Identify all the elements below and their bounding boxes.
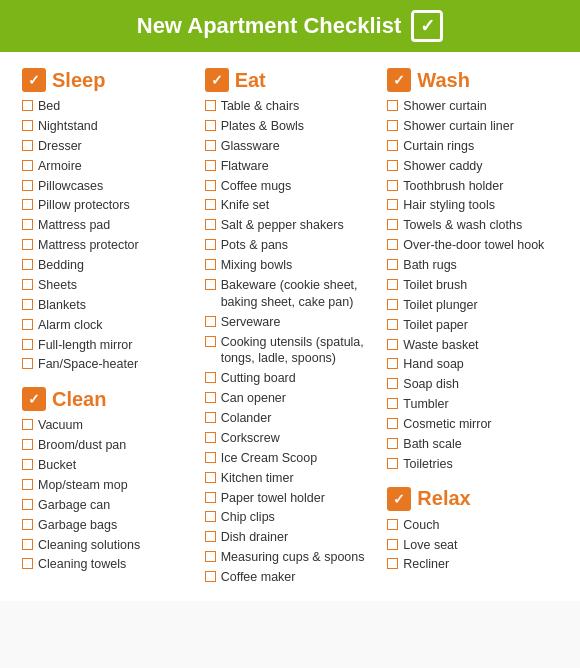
checkbox[interactable] — [387, 539, 398, 550]
checkbox[interactable] — [22, 219, 33, 230]
list-item[interactable]: Cleaning towels — [22, 556, 193, 573]
checkbox[interactable] — [205, 452, 216, 463]
list-item[interactable]: Bath rugs — [387, 257, 558, 274]
checkbox[interactable] — [205, 219, 216, 230]
checkbox[interactable] — [22, 358, 33, 369]
checkbox[interactable] — [387, 519, 398, 530]
list-item[interactable]: Mop/steam mop — [22, 477, 193, 494]
list-item[interactable]: Cutting board — [205, 370, 376, 387]
checkbox[interactable] — [22, 239, 33, 250]
list-item[interactable]: Toothbrush holder — [387, 178, 558, 195]
list-item[interactable]: Bakeware (cookie sheet, baking sheet, ca… — [205, 277, 376, 311]
checkbox[interactable] — [22, 120, 33, 131]
list-item[interactable]: Hand soap — [387, 356, 558, 373]
list-item[interactable]: Kitchen timer — [205, 470, 376, 487]
checkbox[interactable] — [387, 418, 398, 429]
checkbox[interactable] — [387, 398, 398, 409]
checkbox[interactable] — [387, 378, 398, 389]
checkbox[interactable] — [205, 100, 216, 111]
list-item[interactable]: Soap dish — [387, 376, 558, 393]
checkbox[interactable] — [205, 140, 216, 151]
checkbox[interactable] — [205, 180, 216, 191]
list-item[interactable]: Love seat — [387, 537, 558, 554]
list-item[interactable]: Bucket — [22, 457, 193, 474]
checkbox[interactable] — [205, 551, 216, 562]
list-item[interactable]: Bath scale — [387, 436, 558, 453]
list-item[interactable]: Alarm clock — [22, 317, 193, 334]
list-item[interactable]: Nightstand — [22, 118, 193, 135]
list-item[interactable]: Knife set — [205, 197, 376, 214]
list-item[interactable]: Toilet plunger — [387, 297, 558, 314]
list-item[interactable]: Pots & pans — [205, 237, 376, 254]
checkbox[interactable] — [387, 458, 398, 469]
list-item[interactable]: Coffee mugs — [205, 178, 376, 195]
list-item[interactable]: Over-the-door towel hook — [387, 237, 558, 254]
checkbox[interactable] — [387, 438, 398, 449]
list-item[interactable]: Toilet brush — [387, 277, 558, 294]
checkbox[interactable] — [22, 180, 33, 191]
checkbox[interactable] — [387, 558, 398, 569]
list-item[interactable]: Salt & pepper shakers — [205, 217, 376, 234]
checkbox[interactable] — [205, 259, 216, 270]
checkbox[interactable] — [387, 140, 398, 151]
checkbox[interactable] — [22, 499, 33, 510]
checkbox[interactable] — [205, 472, 216, 483]
list-item[interactable]: Fan/Space-heater — [22, 356, 193, 373]
checkbox[interactable] — [22, 259, 33, 270]
checkbox[interactable] — [205, 199, 216, 210]
list-item[interactable]: Full-length mirror — [22, 337, 193, 354]
list-item[interactable]: Recliner — [387, 556, 558, 573]
list-item[interactable]: Shower curtain — [387, 98, 558, 115]
checkbox[interactable] — [22, 439, 33, 450]
list-item[interactable]: Towels & wash cloths — [387, 217, 558, 234]
list-item[interactable]: Can opener — [205, 390, 376, 407]
list-item[interactable]: Garbage bags — [22, 517, 193, 534]
list-item[interactable]: Paper towel holder — [205, 490, 376, 507]
list-item[interactable]: Dresser — [22, 138, 193, 155]
list-item[interactable]: Bedding — [22, 257, 193, 274]
checkbox[interactable] — [205, 120, 216, 131]
list-item[interactable]: Cosmetic mirror — [387, 416, 558, 433]
list-item[interactable]: Toilet paper — [387, 317, 558, 334]
checkbox[interactable] — [205, 571, 216, 582]
list-item[interactable]: Flatware — [205, 158, 376, 175]
checkbox[interactable] — [205, 239, 216, 250]
checkbox[interactable] — [387, 180, 398, 191]
list-item[interactable]: Ice Cream Scoop — [205, 450, 376, 467]
list-item[interactable]: Glassware — [205, 138, 376, 155]
list-item[interactable]: Mattress protector — [22, 237, 193, 254]
checkbox[interactable] — [387, 160, 398, 171]
checkbox[interactable] — [22, 160, 33, 171]
list-item[interactable]: Shower caddy — [387, 158, 558, 175]
checkbox[interactable] — [22, 100, 33, 111]
checkbox[interactable] — [22, 479, 33, 490]
checkbox[interactable] — [22, 279, 33, 290]
list-item[interactable]: Sheets — [22, 277, 193, 294]
checkbox[interactable] — [387, 100, 398, 111]
list-item[interactable]: Dish drainer — [205, 529, 376, 546]
checkbox[interactable] — [22, 419, 33, 430]
list-item[interactable]: Tumbler — [387, 396, 558, 413]
list-item[interactable]: Pillow protectors — [22, 197, 193, 214]
checkbox[interactable] — [387, 279, 398, 290]
checkbox[interactable] — [205, 412, 216, 423]
checkbox[interactable] — [22, 339, 33, 350]
checkbox[interactable] — [22, 558, 33, 569]
checkbox[interactable] — [205, 160, 216, 171]
list-item[interactable]: Serveware — [205, 314, 376, 331]
checkbox[interactable] — [387, 199, 398, 210]
list-item[interactable]: Mixing bowls — [205, 257, 376, 274]
list-item[interactable]: Vacuum — [22, 417, 193, 434]
list-item[interactable]: Waste basket — [387, 337, 558, 354]
checkbox[interactable] — [22, 539, 33, 550]
checkbox[interactable] — [387, 219, 398, 230]
checkbox[interactable] — [387, 339, 398, 350]
list-item[interactable]: Colander — [205, 410, 376, 427]
list-item[interactable]: Corkscrew — [205, 430, 376, 447]
checkbox[interactable] — [205, 432, 216, 443]
checkbox[interactable] — [205, 511, 216, 522]
checkbox[interactable] — [387, 259, 398, 270]
list-item[interactable]: Toiletries — [387, 456, 558, 473]
checkbox[interactable] — [22, 319, 33, 330]
checkbox[interactable] — [205, 336, 216, 347]
